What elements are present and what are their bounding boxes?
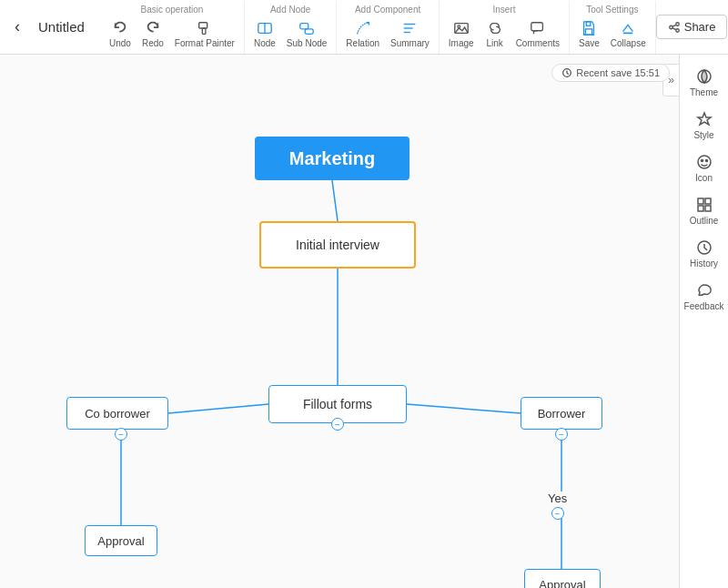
summary-label: Summary — [390, 38, 430, 48]
svg-rect-11 — [531, 22, 543, 30]
sub-node-icon — [297, 18, 317, 38]
add-component-group: Add Component Relation — [337, 1, 440, 54]
borrower-label: Borrower — [538, 407, 586, 421]
yes-collapse-button[interactable]: − — [551, 507, 564, 520]
basic-operation-group: Basic operation Undo — [100, 1, 245, 54]
panel-theme-label: Theme — [690, 87, 718, 97]
co-borrower-node[interactable]: Co borrower — [66, 397, 168, 430]
insert-label: Insert — [492, 5, 515, 15]
relation-button[interactable]: Relation — [342, 16, 383, 50]
tool-settings-label: Tool Settings — [586, 5, 638, 15]
redo-label: Redo — [142, 38, 164, 48]
tool-settings-group: Tool Settings Save — [570, 1, 656, 54]
fillout-collapse-button[interactable]: − — [331, 418, 344, 431]
collapse-icon — [618, 18, 638, 38]
svg-line-22 — [332, 180, 338, 221]
panel-history-label: History — [690, 259, 718, 269]
marketing-node[interactable]: Marketing — [255, 137, 410, 180]
save-button[interactable]: Save — [575, 16, 603, 50]
initial-interview-node[interactable]: Initial interview — [259, 221, 416, 269]
add-component-items: Relation Summary — [342, 16, 433, 50]
svg-point-10 — [458, 25, 460, 27]
svg-point-32 — [705, 160, 707, 162]
add-node-items: Node Sub Node — [250, 16, 330, 50]
panel-item-icon[interactable]: Icon — [680, 147, 728, 188]
borrower-node[interactable]: Borrower — [521, 397, 602, 430]
canvas-area: Recent save 15:51 Marketing Initial inte… — [0, 55, 728, 588]
right-panel: » Theme Style Icon — [679, 55, 728, 588]
add-node-label: Add Node — [270, 5, 310, 15]
summary-icon — [399, 18, 420, 38]
format-painter-button[interactable]: Format Painter — [171, 16, 238, 50]
basic-operation-items: Undo Redo — [106, 16, 238, 50]
svg-point-31 — [701, 160, 703, 162]
node-icon — [255, 18, 275, 38]
yes-node: Yes − — [548, 492, 567, 522]
panel-icon-label: Icon — [695, 173, 713, 183]
svg-line-24 — [168, 404, 268, 413]
approval-left-label: Approval — [97, 534, 144, 548]
redo-button[interactable]: Redo — [138, 16, 167, 50]
co-borrower-label: Co borrower — [85, 407, 150, 421]
comments-button[interactable]: Comments — [512, 16, 563, 50]
fillout-forms-label: Fillout forms — [303, 397, 372, 411]
toolbar-groups: Basic operation Undo — [100, 1, 656, 54]
back-button[interactable]: ‹ — [7, 14, 27, 40]
save-icon — [579, 18, 599, 38]
svg-rect-12 — [587, 21, 592, 25]
link-button[interactable]: Link — [481, 16, 509, 50]
initial-interview-label: Initial interview — [296, 238, 379, 252]
yes-label: Yes — [548, 492, 567, 505]
svg-rect-13 — [586, 28, 592, 34]
panel-feedback-label: Feedback — [684, 301, 724, 311]
svg-point-16 — [669, 25, 672, 29]
node-button[interactable]: Node — [250, 16, 279, 50]
svg-point-17 — [675, 28, 679, 32]
sub-node-button[interactable]: Sub Node — [283, 16, 330, 50]
panel-item-feedback[interactable]: Feedback — [680, 276, 728, 317]
recent-save-badge: Recent save 15:51 — [551, 64, 670, 82]
save-label: Save — [579, 38, 600, 48]
svg-rect-34 — [705, 198, 711, 204]
basic-operation-label: Basic operation — [141, 5, 204, 15]
canvas[interactable]: Recent save 15:51 Marketing Initial inte… — [0, 55, 679, 588]
panel-style-label: Style — [693, 130, 713, 140]
toolbar: ‹ Untitled Basic operation Undo — [0, 0, 728, 55]
image-label: Image — [449, 38, 474, 48]
tool-settings-items: Save Collapse — [575, 16, 650, 50]
approval-right-node[interactable]: Approval — [524, 569, 601, 588]
panel-item-style[interactable]: Style — [680, 105, 728, 146]
undo-label: Undo — [109, 38, 131, 48]
node-label: Node — [254, 38, 276, 48]
summary-button[interactable]: Summary — [387, 16, 433, 50]
svg-rect-1 — [202, 28, 206, 34]
sub-node-label: Sub Node — [287, 38, 327, 48]
svg-rect-5 — [305, 28, 313, 33]
collapse-button[interactable]: Collapse — [607, 16, 650, 50]
undo-button[interactable]: Undo — [106, 16, 135, 50]
insert-group: Insert Image — [440, 1, 570, 54]
share-button[interactable]: Share — [656, 15, 728, 39]
svg-rect-35 — [698, 206, 703, 211]
add-node-group: Add Node Node — [245, 1, 337, 54]
recent-save-text: Recent save 15:51 — [576, 67, 660, 78]
approval-right-label: Approval — [539, 578, 585, 589]
panel-item-theme[interactable]: Theme — [680, 62, 728, 103]
borrower-collapse-button[interactable]: − — [555, 428, 568, 441]
svg-point-15 — [675, 22, 679, 25]
connection-lines — [0, 55, 679, 588]
panel-item-history[interactable]: History — [680, 233, 728, 274]
svg-rect-14 — [623, 32, 633, 34]
undo-icon — [110, 18, 130, 38]
co-borrower-collapse-button[interactable]: − — [115, 428, 127, 441]
relation-label: Relation — [346, 38, 379, 48]
relation-icon — [353, 18, 373, 38]
share-label: Share — [684, 20, 716, 34]
collapse-label: Collapse — [611, 38, 646, 48]
svg-line-18 — [672, 25, 676, 26]
approval-left-node[interactable]: Approval — [85, 525, 157, 556]
panel-item-outline[interactable]: Outline — [680, 190, 728, 231]
comments-label: Comments — [516, 38, 560, 48]
insert-items: Image Link — [445, 16, 563, 50]
image-button[interactable]: Image — [445, 16, 478, 50]
